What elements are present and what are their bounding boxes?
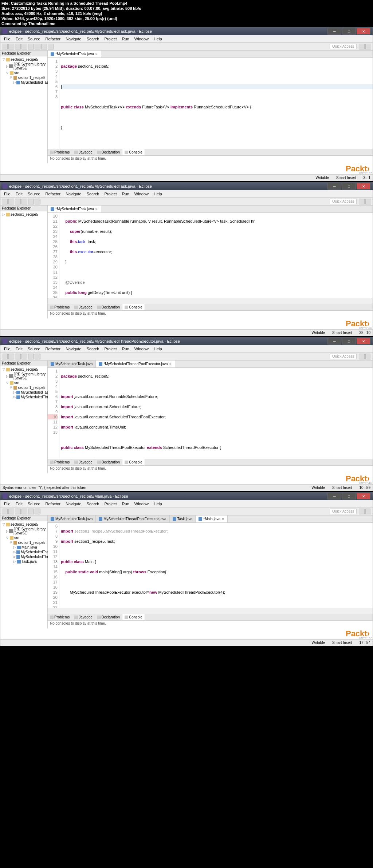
tab-javadoc[interactable]: Javadoc [72,614,95,620]
tree-file[interactable]: ▷MyScheduledTask.jav [1,80,47,85]
minimize-button[interactable]: ─ [327,183,341,190]
tree-project[interactable]: ▷section1_recipe5 [1,212,47,217]
tab-problems[interactable]: Problems [48,149,72,155]
close-button[interactable]: ✕ [357,493,370,499]
menu-file[interactable]: File [2,36,13,41]
perspective-icon[interactable] [359,199,365,204]
tab-console[interactable]: Console [122,304,145,310]
tree-project[interactable]: ▽section1_recipe5 [1,57,47,62]
menu-project[interactable]: Project [102,191,119,196]
editor-tab[interactable]: MyScheduledThreadPoolExecutor.java [96,515,169,522]
toolbar-icon[interactable] [48,44,54,49]
menu-refactor[interactable]: Refactor [43,191,63,196]
tab-problems[interactable]: Problems [48,304,72,310]
code-editor[interactable]: 678910111213141516171819202122232425 imp… [48,523,373,608]
menu-navigate[interactable]: Navigate [63,36,83,41]
tab-console[interactable]: Console [122,459,145,465]
maximize-button[interactable]: □ [342,28,356,35]
toolbar-icon[interactable] [21,354,27,359]
toolbar-icon[interactable] [21,199,27,204]
menu-run[interactable]: Run [120,191,131,196]
tree-package[interactable]: ▽section1_recipe5 [1,540,47,545]
editor-tab-active[interactable]: *MyScheduledThreadPoolExecutor.java✕ [96,361,175,367]
code-editor[interactable]: 2021222324252627282930313233343536373839… [48,213,373,298]
menu-help[interactable]: Help [152,501,164,506]
menu-edit[interactable]: Edit [13,191,25,196]
menu-project[interactable]: Project [102,501,119,506]
menu-source[interactable]: Source [25,36,43,41]
toolbar-icon[interactable] [35,509,40,514]
toolbar-icon[interactable] [35,199,40,204]
perspective-icon[interactable] [365,199,371,204]
toolbar-icon[interactable] [15,354,21,359]
tab-console[interactable]: Console [122,149,145,155]
quick-access[interactable]: Quick Access [330,354,357,359]
perspective-icon[interactable] [359,354,365,359]
code-content[interactable]: public MyScheduledTask(Runnable runnable… [59,213,373,298]
close-button[interactable]: ✕ [357,338,370,345]
tree-project[interactable]: ▽section1_recipe5 [1,522,47,527]
menu-window[interactable]: Window [132,36,151,41]
menu-help[interactable]: Help [152,191,164,196]
tab-console[interactable]: Console [122,614,145,620]
tab-problems[interactable]: Problems [48,614,72,620]
tree-file[interactable]: ▷MyScheduledThreadI [1,395,47,399]
code-content[interactable]: import section1_recipe5.MyScheduledThrea… [59,523,373,608]
perspective-icon[interactable] [359,44,365,49]
toolbar-icon[interactable] [35,44,40,49]
code-content[interactable]: package section1_recipe5; import java.ut… [59,368,373,459]
maximize-button[interactable]: □ [342,338,356,345]
tree-jre[interactable]: ▷JRE System Library [JavaSE [1,527,47,535]
tree-jre[interactable]: ▷JRE System Library [JavaSE [1,372,47,381]
menu-navigate[interactable]: Navigate [63,501,83,506]
code-editor[interactable]: 12345678 package section1_recipe5; | pub… [48,58,373,149]
toolbar-icon[interactable] [41,44,47,49]
menu-refactor[interactable]: Refactor [43,346,63,351]
toolbar-icon[interactable] [28,509,34,514]
menu-navigate[interactable]: Navigate [63,346,83,351]
minimize-button[interactable]: ─ [327,28,341,35]
menu-edit[interactable]: Edit [13,346,25,351]
menu-search[interactable]: Search [85,36,102,41]
toolbar-icon[interactable] [15,509,21,514]
tree-file[interactable]: ▷Task.java [1,559,47,564]
quick-access[interactable]: Quick Access [330,44,357,49]
maximize-button[interactable]: □ [342,493,356,499]
title-bar[interactable]: eclipse - section1_recipe5/src/section1_… [0,182,373,190]
toolbar-icon[interactable] [15,199,21,204]
toolbar-icon[interactable] [28,44,34,49]
toolbar-icon[interactable] [8,44,14,49]
close-button[interactable]: ✕ [357,183,370,190]
tab-problems[interactable]: Problems [48,459,72,465]
editor-tab[interactable]: Task.java [170,515,196,522]
menu-run[interactable]: Run [120,501,131,506]
toolbar-icon[interactable] [28,354,34,359]
toolbar-icon[interactable] [2,44,8,49]
menu-project[interactable]: Project [102,346,119,351]
menu-edit[interactable]: Edit [13,501,25,506]
title-bar[interactable]: eclipse - section1_recipe5/src/section1_… [0,27,373,35]
editor-tab[interactable]: *MyScheduledTask.java✕ [48,51,101,57]
editor-tab[interactable]: MyScheduledTask.java [48,361,96,367]
menu-file[interactable]: File [2,346,13,351]
menu-search[interactable]: Search [85,191,102,196]
quick-access[interactable]: Quick Access [330,509,357,514]
menu-source[interactable]: Source [25,346,43,351]
tree-file[interactable]: ▷MyScheduledTask.jav [1,390,47,395]
tab-javadoc[interactable]: Javadoc [72,304,95,310]
tree-src[interactable]: ▽src [1,381,47,385]
tree-file[interactable]: ▷MyScheduledTask.jav [1,550,47,554]
close-button[interactable]: ✕ [357,28,370,35]
menu-run[interactable]: Run [120,36,131,41]
toolbar-icon[interactable] [35,354,40,359]
menu-run[interactable]: Run [120,346,131,351]
perspective-icon[interactable] [365,44,371,49]
title-bar[interactable]: eclipse - section1_recipe5/src/section1_… [0,492,373,500]
toolbar-icon[interactable] [15,44,21,49]
tab-declaration[interactable]: Declaration [95,459,123,465]
tab-declaration[interactable]: Declaration [95,304,123,310]
toolbar-icon[interactable] [21,44,27,49]
tree-jre[interactable]: ▷JRE System Library [JavaSE [1,62,47,71]
toolbar-icon[interactable] [8,354,14,359]
tree-package[interactable]: ▽section1_recipe5 [1,75,47,80]
